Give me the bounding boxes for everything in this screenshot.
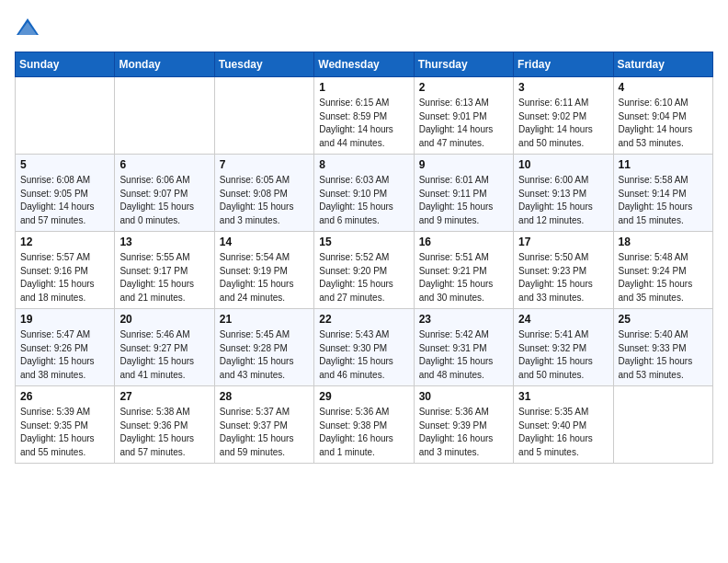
weekday-header-wednesday: Wednesday bbox=[314, 52, 414, 77]
day-info: Sunrise: 6:10 AMSunset: 9:04 PMDaylight:… bbox=[619, 97, 708, 150]
weekday-header-friday: Friday bbox=[514, 52, 613, 77]
day-cell-25: 25Sunrise: 5:40 AMSunset: 9:33 PMDayligh… bbox=[613, 309, 712, 386]
day-info: Sunrise: 5:37 AMSunset: 9:37 PMDaylight:… bbox=[220, 406, 309, 459]
day-number: 9 bbox=[419, 158, 508, 171]
day-number: 22 bbox=[319, 313, 408, 326]
day-number: 11 bbox=[619, 158, 708, 171]
day-cell-30: 30Sunrise: 5:36 AMSunset: 9:39 PMDayligh… bbox=[414, 386, 513, 464]
empty-cell bbox=[214, 77, 313, 155]
day-number: 3 bbox=[518, 81, 608, 94]
day-number: 30 bbox=[419, 390, 508, 403]
day-number: 8 bbox=[319, 158, 408, 171]
logo bbox=[15, 15, 44, 40]
day-info: Sunrise: 5:42 AMSunset: 9:31 PMDaylight:… bbox=[419, 328, 508, 382]
day-cell-31: 31Sunrise: 5:35 AMSunset: 9:40 PMDayligh… bbox=[514, 386, 613, 464]
day-number: 20 bbox=[119, 313, 209, 326]
day-info: Sunrise: 5:47 AMSunset: 9:26 PMDaylight:… bbox=[20, 328, 109, 382]
day-number: 13 bbox=[119, 236, 209, 248]
day-info: Sunrise: 5:58 AMSunset: 9:14 PMDaylight:… bbox=[619, 174, 708, 227]
day-number: 25 bbox=[619, 313, 708, 326]
day-info: Sunrise: 5:50 AMSunset: 9:23 PMDaylight:… bbox=[518, 251, 608, 304]
weekday-header-tuesday: Tuesday bbox=[214, 52, 313, 77]
day-cell-17: 17Sunrise: 5:50 AMSunset: 9:23 PMDayligh… bbox=[514, 232, 613, 309]
day-info: Sunrise: 6:08 AMSunset: 9:05 PMDaylight:… bbox=[20, 174, 109, 227]
day-info: Sunrise: 5:38 AMSunset: 9:36 PMDaylight:… bbox=[119, 406, 209, 459]
day-cell-19: 19Sunrise: 5:47 AMSunset: 9:26 PMDayligh… bbox=[16, 309, 115, 386]
day-number: 29 bbox=[319, 390, 408, 403]
day-number: 4 bbox=[619, 81, 708, 94]
day-cell-22: 22Sunrise: 5:43 AMSunset: 9:30 PMDayligh… bbox=[314, 309, 414, 386]
day-number: 18 bbox=[619, 236, 708, 248]
day-number: 24 bbox=[518, 313, 608, 326]
day-info: Sunrise: 6:00 AMSunset: 9:13 PMDaylight:… bbox=[518, 174, 608, 227]
day-cell-5: 5Sunrise: 6:08 AMSunset: 9:05 PMDaylight… bbox=[16, 155, 115, 232]
day-number: 12 bbox=[20, 236, 109, 248]
day-info: Sunrise: 5:39 AMSunset: 9:35 PMDaylight:… bbox=[20, 406, 109, 459]
day-number: 7 bbox=[220, 158, 309, 171]
day-number: 27 bbox=[119, 390, 209, 403]
logo-icon bbox=[15, 15, 40, 40]
day-info: Sunrise: 6:11 AMSunset: 9:02 PMDaylight:… bbox=[518, 97, 608, 150]
day-cell-20: 20Sunrise: 5:46 AMSunset: 9:27 PMDayligh… bbox=[115, 309, 214, 386]
day-cell-8: 8Sunrise: 6:03 AMSunset: 9:10 PMDaylight… bbox=[314, 155, 414, 232]
day-number: 10 bbox=[518, 158, 608, 171]
day-cell-9: 9Sunrise: 6:01 AMSunset: 9:11 PMDaylight… bbox=[414, 155, 513, 232]
day-cell-16: 16Sunrise: 5:51 AMSunset: 9:21 PMDayligh… bbox=[414, 232, 513, 309]
empty-cell bbox=[115, 77, 214, 155]
day-info: Sunrise: 5:48 AMSunset: 9:24 PMDaylight:… bbox=[619, 251, 708, 304]
weekday-header-monday: Monday bbox=[115, 52, 214, 77]
day-cell-23: 23Sunrise: 5:42 AMSunset: 9:31 PMDayligh… bbox=[414, 309, 513, 386]
day-number: 16 bbox=[419, 236, 508, 248]
day-cell-7: 7Sunrise: 6:05 AMSunset: 9:08 PMDaylight… bbox=[214, 155, 313, 232]
day-cell-18: 18Sunrise: 5:48 AMSunset: 9:24 PMDayligh… bbox=[613, 232, 712, 309]
day-number: 23 bbox=[419, 313, 508, 326]
week-row-1: 1Sunrise: 6:15 AMSunset: 8:59 PMDaylight… bbox=[16, 77, 713, 155]
day-cell-15: 15Sunrise: 5:52 AMSunset: 9:20 PMDayligh… bbox=[314, 232, 414, 309]
day-cell-2: 2Sunrise: 6:13 AMSunset: 9:01 PMDaylight… bbox=[414, 77, 513, 155]
day-cell-4: 4Sunrise: 6:10 AMSunset: 9:04 PMDaylight… bbox=[613, 77, 712, 155]
day-number: 28 bbox=[220, 390, 309, 403]
day-cell-29: 29Sunrise: 5:36 AMSunset: 9:38 PMDayligh… bbox=[314, 386, 414, 464]
day-info: Sunrise: 5:55 AMSunset: 9:17 PMDaylight:… bbox=[119, 251, 209, 304]
day-info: Sunrise: 6:13 AMSunset: 9:01 PMDaylight:… bbox=[419, 97, 508, 150]
day-cell-27: 27Sunrise: 5:38 AMSunset: 9:36 PMDayligh… bbox=[115, 386, 214, 464]
empty-cell bbox=[613, 386, 712, 464]
weekday-header-row: SundayMondayTuesdayWednesdayThursdayFrid… bbox=[16, 52, 713, 77]
day-cell-28: 28Sunrise: 5:37 AMSunset: 9:37 PMDayligh… bbox=[214, 386, 313, 464]
day-cell-1: 1Sunrise: 6:15 AMSunset: 8:59 PMDaylight… bbox=[314, 77, 414, 155]
day-cell-26: 26Sunrise: 5:39 AMSunset: 9:35 PMDayligh… bbox=[16, 386, 115, 464]
day-cell-12: 12Sunrise: 5:57 AMSunset: 9:16 PMDayligh… bbox=[16, 232, 115, 309]
day-number: 2 bbox=[419, 81, 508, 94]
week-row-2: 5Sunrise: 6:08 AMSunset: 9:05 PMDaylight… bbox=[16, 155, 713, 232]
weekday-header-saturday: Saturday bbox=[613, 52, 712, 77]
day-info: Sunrise: 5:46 AMSunset: 9:27 PMDaylight:… bbox=[119, 328, 209, 382]
day-number: 19 bbox=[20, 313, 109, 326]
week-row-4: 19Sunrise: 5:47 AMSunset: 9:26 PMDayligh… bbox=[16, 309, 713, 386]
day-info: Sunrise: 5:35 AMSunset: 9:40 PMDaylight:… bbox=[518, 406, 608, 459]
day-info: Sunrise: 5:43 AMSunset: 9:30 PMDaylight:… bbox=[319, 328, 408, 382]
weekday-header-thursday: Thursday bbox=[414, 52, 513, 77]
day-info: Sunrise: 6:01 AMSunset: 9:11 PMDaylight:… bbox=[419, 174, 508, 227]
day-number: 1 bbox=[319, 81, 408, 94]
week-row-5: 26Sunrise: 5:39 AMSunset: 9:35 PMDayligh… bbox=[16, 386, 713, 464]
day-info: Sunrise: 5:36 AMSunset: 9:38 PMDaylight:… bbox=[319, 406, 408, 459]
day-info: Sunrise: 6:06 AMSunset: 9:07 PMDaylight:… bbox=[119, 174, 209, 227]
day-number: 15 bbox=[319, 236, 408, 248]
day-number: 17 bbox=[518, 236, 608, 248]
day-info: Sunrise: 5:45 AMSunset: 9:28 PMDaylight:… bbox=[220, 328, 309, 382]
day-info: Sunrise: 5:52 AMSunset: 9:20 PMDaylight:… bbox=[319, 251, 408, 304]
day-info: Sunrise: 6:03 AMSunset: 9:10 PMDaylight:… bbox=[319, 174, 408, 227]
page-header bbox=[15, 15, 713, 40]
day-info: Sunrise: 5:54 AMSunset: 9:19 PMDaylight:… bbox=[220, 251, 309, 304]
day-info: Sunrise: 5:51 AMSunset: 9:21 PMDaylight:… bbox=[419, 251, 508, 304]
day-number: 26 bbox=[20, 390, 109, 403]
day-info: Sunrise: 5:40 AMSunset: 9:33 PMDaylight:… bbox=[619, 328, 708, 382]
day-cell-11: 11Sunrise: 5:58 AMSunset: 9:14 PMDayligh… bbox=[613, 155, 712, 232]
day-cell-10: 10Sunrise: 6:00 AMSunset: 9:13 PMDayligh… bbox=[514, 155, 613, 232]
day-info: Sunrise: 5:41 AMSunset: 9:32 PMDaylight:… bbox=[518, 328, 608, 382]
day-cell-21: 21Sunrise: 5:45 AMSunset: 9:28 PMDayligh… bbox=[214, 309, 313, 386]
day-info: Sunrise: 5:57 AMSunset: 9:16 PMDaylight:… bbox=[20, 251, 109, 304]
weekday-header-sunday: Sunday bbox=[16, 52, 115, 77]
day-number: 14 bbox=[220, 236, 309, 248]
day-number: 31 bbox=[518, 390, 608, 403]
